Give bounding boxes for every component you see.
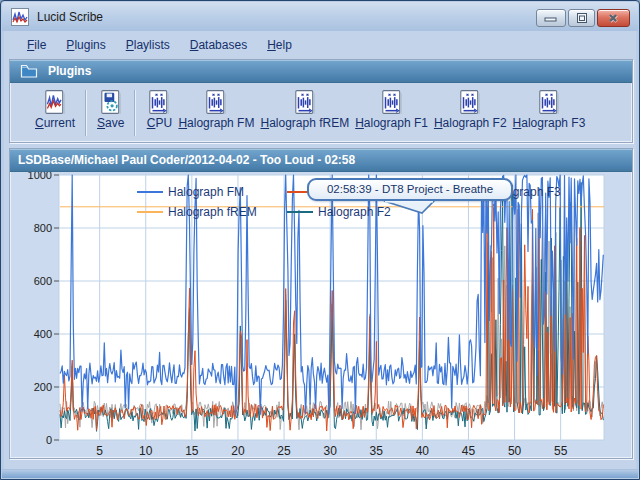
plugins-panel-header: Plugins: [10, 60, 632, 83]
halograph-f1-icon: [379, 89, 405, 115]
legend-swatch: [137, 191, 163, 193]
svg-text:1000: 1000: [28, 172, 52, 181]
maximize-icon: [576, 12, 588, 24]
toolbar-button-cpu[interactable]: CPU: [146, 89, 172, 130]
chart-panel-header: LSDBase/Michael Paul Coder/2012-04-02 - …: [10, 149, 632, 172]
toolbar-button-label: Halograph FM: [178, 116, 254, 130]
window-controls: [536, 9, 630, 27]
tooltip-balloon: 02:58:39 - DT8 Project - Breathe: [307, 178, 513, 201]
window-title: Lucid Scribe: [37, 10, 103, 24]
toolbar-button-label: Current: [35, 116, 75, 130]
toolbar-button-label: Halograph fREM: [260, 116, 349, 130]
menu-item-plugins[interactable]: Plugins: [56, 34, 115, 56]
legend-swatch: [137, 211, 163, 213]
toolbar-separator: [85, 90, 87, 136]
svg-text:20: 20: [231, 444, 245, 458]
svg-text:200: 200: [34, 381, 52, 393]
toolbar-button-save[interactable]: Save: [97, 89, 124, 130]
toolbar-button-label: Save: [97, 116, 124, 130]
menu-item-playlists[interactable]: Playlists: [116, 34, 180, 56]
toolbar-button-halograph-f3[interactable]: Halograph F3: [513, 89, 586, 130]
legend-label: Halograph fREM: [168, 205, 257, 219]
menu-item-databases[interactable]: Databases: [180, 34, 257, 56]
app-icon: [11, 8, 29, 26]
halograph-fm-icon: [203, 89, 229, 115]
menu-item-file[interactable]: File: [17, 34, 56, 56]
svg-text:5: 5: [96, 444, 103, 458]
legend-label: Halograph FM: [168, 185, 244, 199]
menubar: FilePluginsPlaylistsDatabasesHelp: [5, 32, 635, 58]
svg-text:0: 0: [46, 434, 52, 446]
close-icon: [608, 12, 620, 24]
svg-text:15: 15: [185, 444, 199, 458]
maximize-button[interactable]: [568, 9, 595, 27]
legend-item-halograph-frem: Halograph fREM: [137, 205, 257, 219]
svg-text:40: 40: [416, 444, 430, 458]
app-window: Lucid Scribe FilePluginsPlayli: [0, 0, 640, 480]
toolbar-separator: [134, 90, 136, 136]
current-icon: [42, 89, 68, 115]
chart-area[interactable]: 02004006008001000510152025303540455055 H…: [10, 172, 632, 460]
legend-swatch: [287, 211, 313, 213]
legend-item-halograph-f2: Halograph F2: [287, 205, 391, 219]
titlebar: Lucid Scribe: [2, 2, 638, 31]
svg-text:800: 800: [34, 222, 52, 234]
toolbar-button-halograph-frem[interactable]: Halograph fREM: [260, 89, 349, 130]
legend-label: Halograph F2: [318, 205, 391, 219]
legend-item-halograph-fm: Halograph FM: [137, 185, 244, 199]
toolbar-button-label: CPU: [147, 116, 172, 130]
toolbar-button-current[interactable]: Current: [35, 89, 75, 130]
toolbar-button-label: Halograph F3: [513, 116, 586, 130]
halograph-f2-icon: [457, 89, 483, 115]
svg-text:10: 10: [139, 444, 153, 458]
plugins-panel-title: Plugins: [48, 64, 91, 78]
svg-text:55: 55: [554, 444, 568, 458]
svg-text:50: 50: [508, 444, 522, 458]
toolbar-button-halograph-f2[interactable]: Halograph F2: [434, 89, 507, 130]
svg-text:400: 400: [34, 328, 52, 340]
folder-icon: [20, 64, 38, 78]
svg-text:600: 600: [34, 275, 52, 287]
halograph-frem-icon: [292, 89, 318, 115]
window-bottom-frame: [2, 469, 638, 478]
menu-item-help[interactable]: Help: [257, 34, 302, 56]
plugins-toolbar: CurrentSaveCPUHalograph FMHalograph fREM…: [10, 83, 632, 143]
toolbar-button-halograph-f1[interactable]: Halograph F1: [355, 89, 428, 130]
plugins-panel: Plugins CurrentSaveCPUHalograph FMHalogr…: [9, 59, 633, 143]
halograph-f3-icon: [536, 89, 562, 115]
chart-panel: LSDBase/Michael Paul Coder/2012-04-02 - …: [9, 148, 633, 459]
toolbar-button-label: Halograph F1: [355, 116, 428, 130]
svg-text:25: 25: [277, 444, 291, 458]
toolbar-button-halograph-fm[interactable]: Halograph FM: [178, 89, 254, 130]
svg-text:30: 30: [323, 444, 337, 458]
minimize-icon: [544, 13, 558, 23]
y-axis-labels: 02004006008001000: [28, 172, 59, 446]
minimize-button[interactable]: [536, 9, 566, 27]
svg-text:35: 35: [370, 444, 384, 458]
x-axis-labels: 510152025303540455055: [96, 444, 567, 458]
close-button[interactable]: [597, 9, 630, 27]
chart-title: LSDBase/Michael Paul Coder/2012-04-02 - …: [18, 153, 355, 167]
cpu-icon: [146, 89, 172, 115]
toolbar-button-label: Halograph F2: [434, 116, 507, 130]
svg-text:45: 45: [462, 444, 476, 458]
tooltip-tail-icon: [382, 201, 438, 216]
save-icon: [98, 89, 124, 115]
